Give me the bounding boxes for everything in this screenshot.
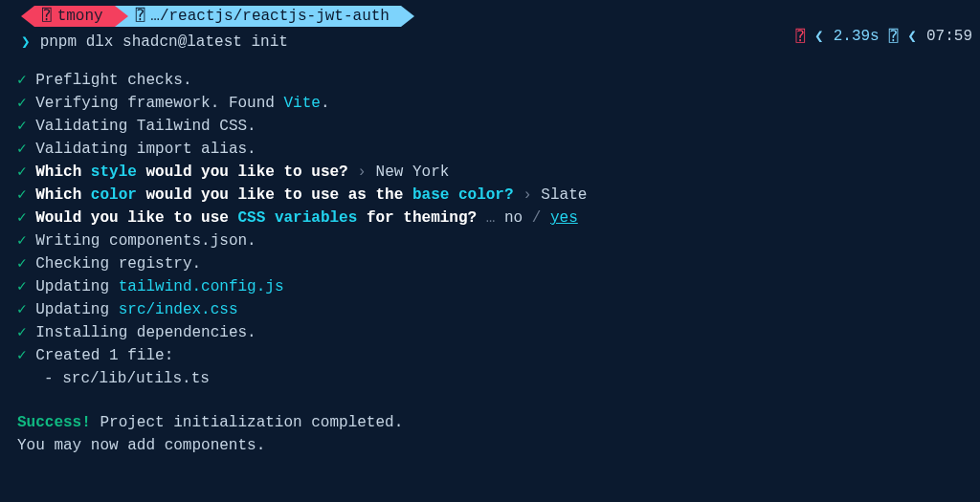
output-text: Checking registry. bbox=[35, 255, 201, 273]
folder-icon: ⍰ bbox=[136, 6, 145, 27]
check-icon: ✓ bbox=[17, 301, 27, 318]
prompt-path: …/reactjs/reactjs-jwt-auth bbox=[150, 6, 390, 27]
output-text: Updating bbox=[35, 301, 118, 318]
status-icon-1: ⍰ bbox=[795, 27, 805, 46]
file-name: src/index.css bbox=[119, 301, 238, 318]
prompt-answer: Slate bbox=[541, 186, 587, 204]
command-text: pnpm dlx shadcn@latest init bbox=[40, 33, 288, 51]
check-icon: ✓ bbox=[17, 232, 27, 250]
prompt-user-segment: ⍰ tmony bbox=[34, 6, 115, 27]
output-text: Validating Tailwind CSS. bbox=[35, 118, 256, 135]
check-icon: ✓ bbox=[17, 164, 27, 181]
prompt-user: tmony bbox=[57, 6, 103, 27]
check-icon: ✓ bbox=[17, 209, 27, 227]
prompt-path-segment: ⍰ …/reactjs/reactjs-jwt-auth bbox=[128, 6, 401, 27]
check-icon: ✓ bbox=[17, 278, 27, 295]
prompt-chevron-end bbox=[401, 6, 414, 27]
status-chev-1: ❮ bbox=[814, 27, 824, 46]
check-icon: ✓ bbox=[17, 72, 27, 89]
output-text: Validating import alias. bbox=[35, 141, 256, 158]
prompt-keyword: style bbox=[91, 164, 137, 181]
check-icon: ✓ bbox=[17, 186, 27, 204]
prompt-option-no[interactable]: no bbox=[504, 209, 523, 227]
check-icon: ✓ bbox=[17, 324, 27, 341]
output-text: Preflight checks. bbox=[35, 72, 191, 89]
prompt-keyword: color bbox=[91, 186, 137, 204]
prompt-question: Which bbox=[35, 164, 91, 181]
check-icon: ✓ bbox=[17, 118, 27, 135]
check-icon: ✓ bbox=[17, 141, 27, 158]
file-list-item: - src/lib/utils.ts bbox=[44, 370, 210, 387]
output-text: Updating bbox=[35, 278, 118, 295]
prompt-answer: New York bbox=[376, 164, 450, 181]
check-icon: ✓ bbox=[17, 95, 27, 112]
prompt-chevron-mid bbox=[115, 6, 128, 27]
prompt-question: Which bbox=[35, 186, 91, 204]
check-icon: ✓ bbox=[17, 255, 27, 273]
prompt-chevron-left bbox=[21, 6, 34, 27]
user-icon: ⍰ bbox=[42, 6, 52, 27]
hint-message: You may now add components. bbox=[17, 437, 265, 454]
output-text: Verifying framework. Found bbox=[35, 95, 283, 112]
output-text: Created 1 file: bbox=[35, 347, 173, 364]
output-text: Writing components.json. bbox=[35, 232, 256, 250]
right-status: ⍰ ❮ 2.39s ⍰ ❮ 07:59 bbox=[795, 27, 972, 46]
status-icon-2: ⍰ bbox=[889, 27, 899, 46]
terminal-output: ✓ Preflight checks. ✓ Verifying framewor… bbox=[0, 69, 980, 457]
status-time: 07:59 bbox=[926, 28, 972, 45]
prompt-line: ⍰ tmony ⍰ …/reactjs/reactjs-jwt-auth bbox=[0, 6, 980, 27]
output-text: Installing dependencies. bbox=[35, 324, 256, 341]
prompt-option-yes[interactable]: yes bbox=[550, 209, 578, 227]
status-chev-2: ❮ bbox=[907, 27, 917, 46]
status-duration: 2.39s bbox=[834, 28, 880, 45]
success-label: Success! bbox=[17, 414, 91, 431]
file-name: tailwind.config.js bbox=[119, 278, 284, 295]
prompt-symbol: ❯ bbox=[21, 33, 31, 52]
prompt-question: Would you like to use bbox=[35, 209, 237, 227]
success-message: Project initialization completed. bbox=[100, 414, 403, 431]
prompt-keyword: CSS variables bbox=[237, 209, 357, 227]
framework-name: Vite bbox=[284, 95, 321, 112]
check-icon: ✓ bbox=[17, 347, 27, 364]
